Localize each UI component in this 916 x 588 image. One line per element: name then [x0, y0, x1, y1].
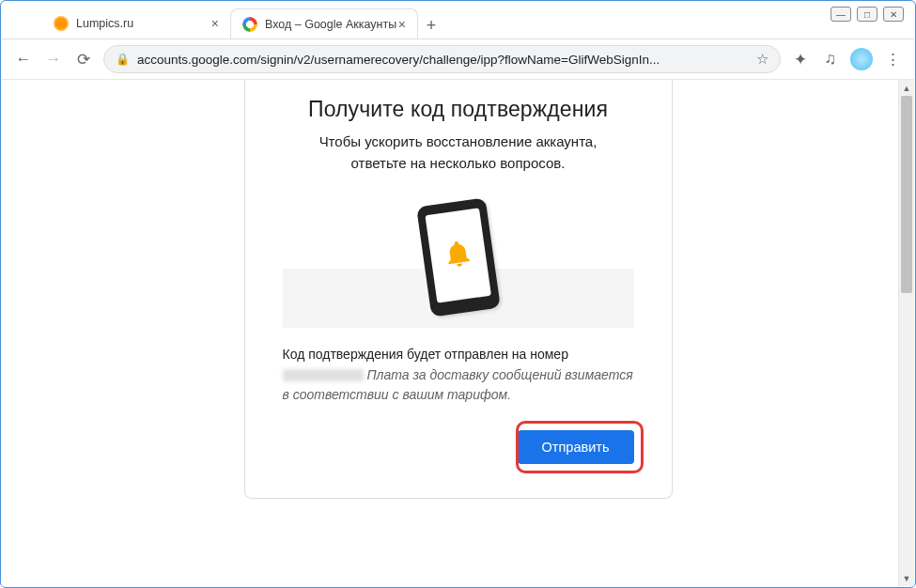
- tab-google-accounts[interactable]: Вход – Google Аккаунты ×: [230, 8, 418, 39]
- scroll-down-icon[interactable]: ▼: [899, 570, 914, 586]
- vertical-scrollbar[interactable]: ▲ ▼: [898, 80, 914, 586]
- page-viewport: Получите код подтверждения Чтобы ускорит…: [2, 80, 914, 586]
- url-text: accounts.google.com/signin/v2/usernamere…: [137, 53, 749, 67]
- card-description: Код подтверждения будет отправлен на ном…: [283, 345, 634, 406]
- window-controls: — □ ✕: [831, 7, 904, 22]
- send-button[interactable]: Отправить: [518, 430, 634, 464]
- address-bar[interactable]: 🔒 accounts.google.com/signin/v2/username…: [103, 45, 781, 73]
- card-title: Получите код подтверждения: [283, 97, 634, 122]
- tab-strip: Lumpics.ru × Вход – Google Аккаунты × +: [42, 7, 784, 39]
- tab-close-icon[interactable]: ×: [211, 16, 219, 31]
- favicon-icon: [242, 17, 257, 32]
- window-close-button[interactable]: ✕: [883, 7, 904, 22]
- phone-illustration: [283, 187, 634, 328]
- tab-lumpics[interactable]: Lumpics.ru ×: [42, 8, 230, 39]
- menu-button[interactable]: ⋮: [882, 49, 903, 70]
- back-button[interactable]: ←: [13, 49, 34, 70]
- favicon-icon: [54, 16, 69, 31]
- bookmark-star-icon[interactable]: ☆: [756, 51, 769, 68]
- tab-title: Вход – Google Аккаунты: [265, 18, 396, 31]
- profile-avatar[interactable]: [850, 48, 873, 70]
- media-control-icon[interactable]: ♫: [820, 49, 841, 70]
- scroll-up-icon[interactable]: ▲: [899, 80, 914, 96]
- card-subtitle: Чтобы ускорить восстановление аккаунта, …: [283, 132, 634, 174]
- window-minimize-button[interactable]: —: [831, 7, 851, 22]
- lock-icon: 🔒: [116, 53, 130, 66]
- new-tab-button[interactable]: +: [418, 12, 444, 39]
- reload-button[interactable]: ⟳: [73, 49, 94, 70]
- masked-phone-number: [283, 369, 364, 381]
- bell-icon: [440, 236, 476, 273]
- tab-close-icon[interactable]: ×: [398, 17, 406, 32]
- window-maximize-button[interactable]: □: [857, 7, 877, 22]
- browser-toolbar: ← → ⟳ 🔒 accounts.google.com/signin/v2/us…: [2, 39, 914, 80]
- forward-button[interactable]: →: [43, 49, 64, 70]
- verification-card: Получите код подтверждения Чтобы ускорит…: [244, 80, 673, 499]
- extensions-icon[interactable]: ✦: [790, 49, 811, 70]
- tab-title: Lumpics.ru: [76, 17, 133, 30]
- scrollbar-thumb[interactable]: [901, 96, 912, 293]
